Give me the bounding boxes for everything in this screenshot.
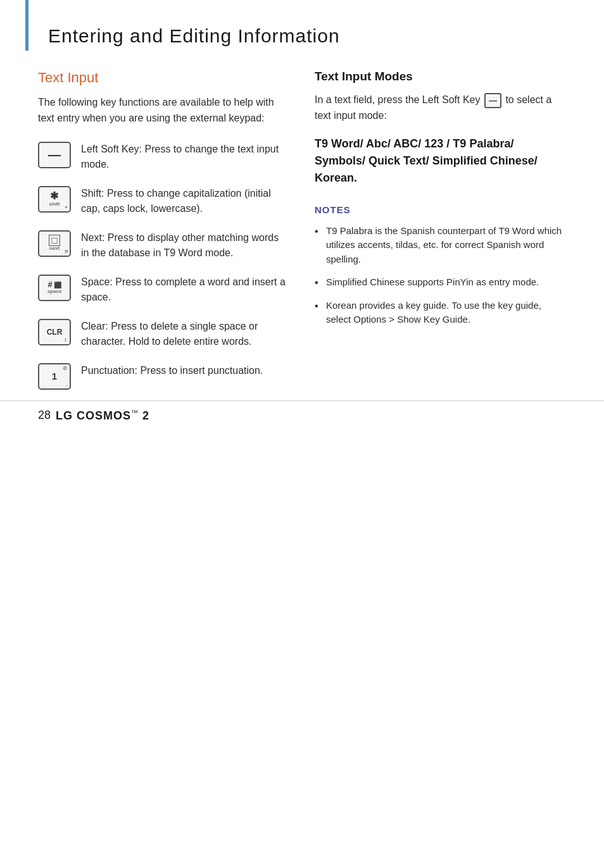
page-footer: 28 LG COSMOS™ 2	[0, 400, 604, 423]
left-soft-key-desc: Left Soft Key: Press to change the text …	[81, 142, 289, 172]
space-key-desc: Space: Press to complete a word and inse…	[81, 275, 289, 305]
main-content: Text Input The following key functions a…	[38, 70, 566, 404]
modes-bold-list: T9 Word/ Abc/ ABC/ 123 / T9 Palabra/ Sym…	[315, 135, 566, 187]
intro-paragraph: The following key functions are availabl…	[38, 95, 289, 127]
note-item-1: T9 Palabra is the Spanish counterpart of…	[315, 224, 566, 267]
footer-page-number: 28	[38, 409, 51, 422]
shift-key-desc: Shift: Press to change capitalization (i…	[81, 186, 289, 216]
punctuation-key-desc: Punctuation: Press to insert punctuation…	[81, 363, 263, 378]
clr-key-icon: CLR ↕	[38, 319, 71, 345]
note-item-2: Simplified Chinese supports PinYin as en…	[315, 275, 566, 290]
key-item-space: # ⬛ space Space: Press to complete a wor…	[38, 275, 289, 305]
one-key-icon: 1 . @	[38, 363, 71, 390]
space-key-icon: # ⬛ space	[38, 275, 71, 301]
note-item-3: Korean provides a key guide. To use the …	[315, 299, 566, 327]
key-item-left-soft: — Left Soft Key: Press to change the tex…	[38, 142, 289, 172]
clr-key-desc: Clear: Press to delete a single space or…	[81, 319, 289, 349]
key-item-next: □ next ⟳ Next: Press to display other ma…	[38, 230, 289, 261]
accent-bar	[25, 0, 28, 51]
notes-heading: NOTES	[315, 204, 566, 215]
footer-brand: LG COSMOS™ 2	[56, 409, 149, 423]
shift-key-icon: ✱ shift +	[38, 186, 71, 213]
text-input-modes-heading: Text Input Modes	[315, 70, 566, 84]
next-key-icon: □ next ⟳	[38, 230, 71, 257]
next-key-desc: Next: Press to display other matching wo…	[81, 230, 289, 261]
left-soft-key-inline-icon: —	[484, 93, 501, 108]
left-column: Text Input The following key functions a…	[38, 70, 289, 404]
text-input-heading: Text Input	[38, 70, 289, 86]
key-item-clr: CLR ↕ Clear: Press to delete a single sp…	[38, 319, 289, 349]
right-column: Text Input Modes In a text field, press …	[315, 70, 566, 404]
left-soft-key-icon: —	[38, 142, 71, 168]
key-item-shift: ✱ shift + Shift: Press to change capital…	[38, 186, 289, 216]
modes-intro-text: In a text field, press the Left Soft Key…	[315, 92, 566, 124]
key-item-punctuation: 1 . @ Punctuation: Press to insert punct…	[38, 363, 289, 390]
page-title: Entering and Editing Information	[38, 25, 566, 47]
notes-list: T9 Palabra is the Spanish counterpart of…	[315, 224, 566, 327]
